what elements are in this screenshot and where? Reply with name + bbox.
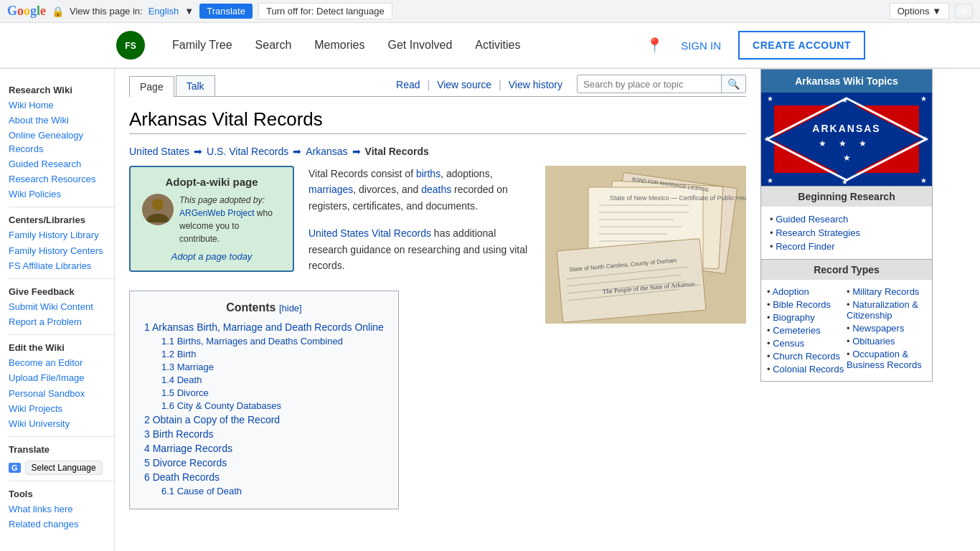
adopt-content: This page adopted by: ARGenWeb Project w…: [142, 194, 281, 245]
site-logo[interactable]: FS: [115, 29, 146, 61]
sidebar-upload-file[interactable]: Upload File/Image: [9, 372, 114, 385]
language-link[interactable]: English: [149, 6, 179, 17]
contents-link-12[interactable]: 1.2 Birth: [161, 349, 196, 359]
church-records-link[interactable]: Church Records: [773, 351, 840, 362]
contents-link-3[interactable]: 3 Birth Records: [144, 428, 214, 440]
deaths-link[interactable]: deaths: [421, 184, 451, 195]
contents-link-5[interactable]: 5 Divorce Records: [144, 457, 227, 468]
sidebar-wiki-policies[interactable]: Wiki Policies: [9, 188, 114, 201]
section-give-feedback: Give Feedback: [9, 286, 114, 297]
hide-link[interactable]: [hide]: [279, 303, 302, 314]
lock-icon: 🔒: [52, 6, 64, 17]
census-link[interactable]: Census: [773, 338, 804, 349]
main-navigation: FS Family Tree Search Memories Get Invol…: [0, 23, 980, 69]
sidebar-wiki-home[interactable]: Wiki Home: [9, 99, 114, 112]
wiki-topics-header: Arkansas Wiki Topics: [761, 70, 932, 93]
adopt-text: This page adopted by: ARGenWeb Project w…: [179, 194, 281, 245]
sidebar-online-genealogy[interactable]: Online Genealogy Records: [9, 129, 114, 155]
tab-view-source[interactable]: View source: [430, 76, 499, 93]
google-g: G: [9, 463, 21, 473]
occupation-link[interactable]: Occupation & Business Records: [847, 349, 922, 370]
newspapers-link[interactable]: Newspapers: [852, 323, 904, 334]
nav-get-involved[interactable]: Get Involved: [377, 22, 464, 68]
contents-link-11[interactable]: 1.1 Births, Marriages and Deaths Combine…: [161, 336, 343, 347]
tab-read[interactable]: Read: [389, 76, 427, 93]
us-vital-records-link[interactable]: United States Vital Records: [308, 227, 431, 239]
record-col-2: Military Records Naturalization & Citize…: [847, 284, 926, 377]
contents-link-61[interactable]: 6.1 Cause of Death: [161, 486, 242, 496]
sidebar-become-editor[interactable]: Become an Editor: [9, 357, 114, 369]
sign-in-button[interactable]: SIGN IN: [672, 34, 730, 57]
sidebar-fs-affiliate[interactable]: FS Affiliate Libraries: [9, 260, 114, 273]
sidebar-wiki-university[interactable]: Wiki University: [9, 418, 114, 430]
guided-research-link[interactable]: Guided Research: [776, 214, 848, 225]
adoption-link[interactable]: Adoption: [772, 286, 809, 297]
cemeteries-link[interactable]: Cemeteries: [773, 325, 820, 336]
bible-records-link[interactable]: Bible Records: [773, 299, 831, 310]
turn-off-button[interactable]: Turn off for: Detect language: [258, 3, 392, 19]
beginning-research-list: Guided Research Research Strategies Reco…: [761, 207, 932, 259]
contents-link-13[interactable]: 1.3 Marriage: [161, 362, 214, 372]
sidebar-report-problem[interactable]: Report a Problem: [9, 316, 114, 329]
contents-box: Contents [hide] 1 Arkansas Birth, Marria…: [129, 291, 399, 509]
contents-link-6[interactable]: 6 Death Records: [144, 471, 220, 483]
location-icon[interactable]: 📍: [646, 37, 664, 54]
obituaries-link[interactable]: Obituaries: [852, 336, 895, 347]
nav-family-tree[interactable]: Family Tree: [161, 22, 244, 68]
svg-text:★: ★: [922, 135, 928, 143]
create-account-button[interactable]: CREATE ACCOUNT: [738, 31, 865, 60]
list-item-guided-research: Guided Research: [770, 214, 923, 225]
contents-link-4[interactable]: 4 Marriage Records: [144, 443, 232, 454]
naturalization-link[interactable]: Naturalization & Citizenship: [847, 299, 918, 321]
military-records-link[interactable]: Military Records: [852, 286, 919, 297]
wiki-search-button[interactable]: 🔍: [721, 75, 745, 93]
nav-activities[interactable]: Activities: [463, 22, 532, 68]
record-types-grid: Adoption Bible Records Biography Cemeter…: [761, 280, 932, 381]
left-sidebar: Research Wiki Wiki Home About the Wiki O…: [0, 69, 115, 551]
wiki-search-input[interactable]: [578, 76, 721, 93]
sidebar-wiki-projects[interactable]: Wiki Projects: [9, 402, 114, 415]
record-finder-link[interactable]: Record Finder: [776, 241, 834, 252]
colonial-records-link[interactable]: Colonial Records: [773, 364, 844, 375]
translate-button[interactable]: Translate: [199, 4, 253, 19]
contents-link-1[interactable]: 1 Arkansas Birth, Marriage and Death Rec…: [144, 321, 384, 333]
tab-page[interactable]: Page: [129, 76, 174, 97]
record-bible: Bible Records: [767, 299, 847, 310]
breadcrumb-arkansas[interactable]: Arkansas: [306, 146, 347, 157]
sidebar-related-changes[interactable]: Related changes: [9, 518, 114, 531]
options-button[interactable]: Options ▼: [890, 3, 949, 19]
births-link[interactable]: births: [416, 168, 440, 179]
contents-link-16[interactable]: 1.6 City & County Databases: [161, 400, 281, 411]
tab-view-history[interactable]: View history: [501, 76, 570, 93]
tab-talk[interactable]: Talk: [176, 75, 215, 96]
svg-text:★: ★: [819, 138, 826, 149]
sidebar-family-history-centers[interactable]: Family History Centers: [9, 245, 114, 258]
adopt-page-link[interactable]: Adopt a page today: [142, 251, 281, 262]
sidebar-personal-sandbox[interactable]: Personal Sandbox: [9, 387, 114, 400]
close-translate-button[interactable]: ✕: [955, 4, 973, 19]
research-strategies-link[interactable]: Research Strategies: [776, 227, 860, 238]
biography-link[interactable]: Biography: [773, 312, 815, 323]
record-cemeteries: Cemeteries: [767, 325, 847, 336]
wiki-search-box: 🔍: [577, 75, 746, 93]
breadcrumb-us-vital[interactable]: U.S. Vital Records: [207, 146, 288, 157]
sidebar-submit-wiki[interactable]: Submit Wiki Content: [9, 301, 114, 314]
sidebar-about-wiki[interactable]: About the Wiki: [9, 114, 114, 127]
nav-search[interactable]: Search: [244, 22, 303, 68]
nav-right: 📍 SIGN IN CREATE ACCOUNT: [646, 31, 865, 60]
marriages-link[interactable]: marriages: [308, 184, 353, 195]
sidebar-what-links-here[interactable]: What links here: [9, 503, 114, 516]
contents-link-2[interactable]: 2 Obtain a Copy of the Record: [144, 414, 280, 425]
select-language-button[interactable]: Select Language: [25, 461, 103, 475]
sidebar-guided-research[interactable]: Guided Research: [9, 158, 114, 171]
nav-memories[interactable]: Memories: [303, 22, 376, 68]
svg-text:State of New Mexico — Certific: State of New Mexico — Certificate of Pub…: [610, 194, 746, 202]
argen-link[interactable]: ARGenWeb Project: [179, 208, 255, 218]
contents-link-14[interactable]: 1.4 Death: [161, 375, 202, 385]
translate-section: G Select Language: [9, 461, 114, 475]
sidebar-family-history-library[interactable]: Family History Library: [9, 229, 114, 242]
sidebar-research-resources[interactable]: Research Resources: [9, 173, 114, 186]
list-item-record-finder: Record Finder: [770, 241, 923, 252]
breadcrumb-us[interactable]: United States: [129, 146, 189, 157]
contents-link-15[interactable]: 1.5 Divorce: [161, 387, 209, 398]
